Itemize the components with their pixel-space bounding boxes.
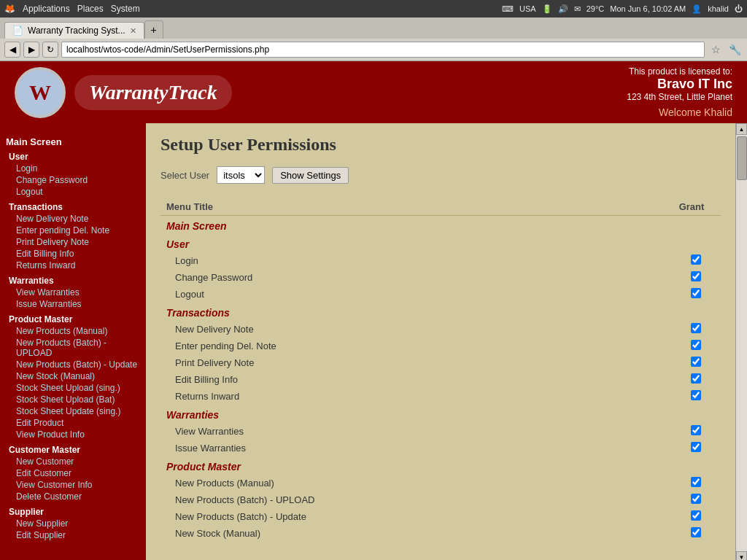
datetime-display: Mon Jun 6, 10:02 AM [610,4,686,13]
sidebar-item-view-warranties[interactable]: View Warranties [6,287,140,298]
sidebar-item-edit-product[interactable]: Edit Product [6,417,140,429]
system-menu[interactable]: System [111,4,140,14]
sidebar-item-new-products-manual[interactable]: New Products (Manual) [6,325,140,337]
scroll-up-button[interactable]: ▲ [736,123,747,135]
grant-checkbox[interactable] [691,373,701,384]
grant-checkbox[interactable] [691,340,701,350]
sidebar-item-edit-customer[interactable]: Edit Customer [6,467,140,479]
scroll-down-button[interactable]: ▼ [736,551,747,560]
grant-cell [662,508,721,525]
welcome-message: Welcome Khalid [627,106,732,118]
address-bar[interactable] [61,42,705,58]
permission-item-row: Login [160,252,721,269]
permission-item-row: View Warranties [160,423,721,440]
sidebar-item-new-delivery-note[interactable]: New Delivery Note [6,213,140,225]
back-button[interactable]: ◀ [4,42,20,58]
permission-item-row: Edit Billing Info [160,371,721,388]
permission-label: Edit Billing Info [160,371,662,388]
user-select-dropdown[interactable]: itsols admin khalid [217,166,265,184]
grant-cell [662,321,721,338]
tab-favicon: 📄 [12,26,23,36]
sidebar-main-screen: Main Screen [6,136,140,147]
grant-checkbox[interactable] [691,442,701,452]
grant-cell [662,491,721,508]
permission-label: Enter pending Del. Note [160,338,662,354]
browser-chrome: 📄 Warranty Tracking Syst... ✕ + ◀ ▶ ↻ ☆ … [0,18,747,61]
sidebar-item-view-product-info[interactable]: View Product Info [6,429,140,440]
scrollbar[interactable]: ▲ ▼ [735,123,747,560]
username-display: khalid [708,4,729,13]
sidebar-item-edit-billing[interactable]: Edit Billing Info [6,248,140,260]
permission-label: New Products (Manual) [160,475,662,491]
grant-checkbox[interactable] [691,477,701,487]
sidebar-item-stock-sheet-update-sing[interactable]: Stock Sheet Update (sing.) [6,405,140,417]
grant-cell [662,423,721,440]
applications-menu[interactable]: Applications [23,4,70,14]
sidebar-item-logout[interactable]: Logout [6,186,140,198]
header-right: This product is licensed to: Bravo IT In… [627,66,732,118]
sidebar-item-issue-warranties[interactable]: Issue Warranties [6,298,140,310]
logo-badge: W [15,67,66,118]
grant-checkbox[interactable] [691,425,701,435]
section-label: Transactions [160,303,721,321]
permission-item-row: Print Delivery Note [160,354,721,371]
select-user-row: Select User itsols admin khalid Show Set… [160,166,721,184]
permission-item-row: New Delivery Note [160,321,721,338]
grant-cell [662,338,721,354]
grant-checkbox[interactable] [691,494,701,504]
scroll-thumb[interactable] [737,136,747,180]
section-label: Warranties [160,405,721,423]
sidebar-item-delete-customer[interactable]: Delete Customer [6,491,140,502]
sidebar-item-stock-sheet-upload-sing[interactable]: Stock Sheet Upload (sing.) [6,382,140,394]
sidebar-item-stock-sheet-upload-bat[interactable]: Stock Sheet Upload (Bat) [6,394,140,405]
grant-cell [662,252,721,269]
sidebar-transactions-section: Transactions [6,202,140,212]
permission-label: Logout [160,286,662,303]
site-header: W WarrantyTrack This product is licensed… [0,61,747,123]
permission-label: New Stock (Manual) [160,525,662,542]
grant-checkbox[interactable] [691,254,701,265]
bookmark-icon[interactable]: ☆ [708,42,724,58]
browser-tab[interactable]: 📄 Warranty Tracking Syst... ✕ [4,22,144,39]
col-grant: Grant [662,198,721,216]
places-menu[interactable]: Places [77,4,104,14]
sidebar-item-new-products-batch-update[interactable]: New Products (Batch) - Update [6,359,140,370]
page-title: Setup User Permissions [160,135,721,155]
grant-checkbox[interactable] [691,288,701,298]
grant-checkbox[interactable] [691,527,701,537]
os-bar: 🦊 Applications Places System ⌨ USA 🔋 🔊 ✉… [0,0,747,18]
sidebar-item-new-products-batch-upload[interactable]: New Products (Batch) - UPLOAD [6,337,140,359]
sidebar-item-returns-inward[interactable]: Returns Inward [6,260,140,271]
permissions-table: Menu Title Grant Main ScreenUser Login C… [160,198,721,542]
tools-icon[interactable]: 🔧 [727,42,743,58]
grant-checkbox[interactable] [691,390,701,400]
sidebar-item-new-supplier[interactable]: New Supplier [6,518,140,529]
permission-section-row: Transactions [160,303,721,321]
permission-label: Login [160,252,662,269]
grant-checkbox[interactable] [691,357,701,367]
grant-checkbox[interactable] [691,271,701,281]
refresh-button[interactable]: ↻ [42,42,58,58]
sidebar-item-enter-pending[interactable]: Enter pending Del. Note [6,225,140,236]
logo-name: WarrantyTrack [89,81,217,104]
grant-checkbox[interactable] [691,510,701,521]
sidebar-item-view-customer-info[interactable]: View Customer Info [6,479,140,491]
permission-label: New Products (Batch) - UPLOAD [160,491,662,508]
power-icon[interactable]: ⏻ [735,4,743,13]
battery-icon: 🔋 [542,4,552,14]
new-tab-button[interactable]: + [144,20,163,39]
tab-close-button[interactable]: ✕ [130,26,136,36]
mail-icon: ✉ [574,4,581,14]
locale-indicator: USA [519,4,536,13]
permission-item-row: New Products (Batch) - UPLOAD [160,491,721,508]
sidebar-item-change-password[interactable]: Change Password [6,174,140,186]
sidebar-item-login[interactable]: Login [6,163,140,174]
sidebar-item-edit-supplier[interactable]: Edit Supplier [6,529,140,541]
grant-checkbox[interactable] [691,323,701,333]
show-settings-button[interactable]: Show Settings [272,167,349,184]
sidebar-item-new-customer[interactable]: New Customer [6,456,140,467]
sidebar-item-new-stock-manual[interactable]: New Stock (Manual) [6,370,140,382]
sidebar-item-print-delivery[interactable]: Print Delivery Note [6,236,140,248]
forward-button[interactable]: ▶ [23,42,39,58]
nav-bar: ◀ ▶ ↻ ☆ 🔧 [0,39,747,61]
